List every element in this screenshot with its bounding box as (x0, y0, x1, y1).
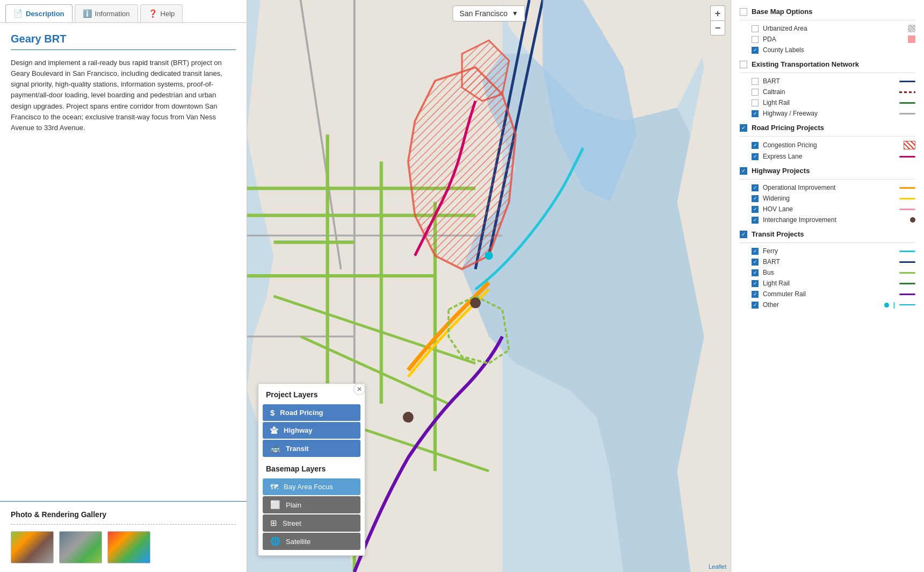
legend-urbanized-area: Urbanized Area (752, 25, 915, 32)
existing-transport-title: Existing Transportation Network (752, 60, 859, 68)
legend-road-pricing: Road Pricing Projects Congestion Pricing… (740, 124, 915, 160)
gallery-img-placeholder-3 (108, 532, 150, 563)
gallery-image-3[interactable] (107, 531, 150, 563)
transit-divider (740, 242, 915, 243)
operational-improvement-checkbox[interactable] (752, 184, 759, 191)
panel-content: Geary BRT Design and implement a rail-re… (0, 23, 247, 501)
legend-congestion-pricing: Congestion Pricing (752, 141, 915, 149)
legend-light-rail-existing: Light Rail (752, 99, 915, 106)
legend-widening: Widening (752, 195, 915, 202)
basemap-bay-area-focus[interactable]: 🗺 Bay Area Focus (263, 478, 360, 495)
satellite-icon: 🌐 (270, 537, 280, 546)
bay-area-icon: 🗺 (270, 482, 278, 491)
existing-transport-items: BART Caltrain Light Rail Highway / Freew… (740, 77, 915, 117)
light-rail-transit-checkbox[interactable] (752, 280, 759, 287)
layer-transit[interactable]: 🚌 Transit (263, 440, 360, 457)
gallery-section: Photo & Rendering Gallery (0, 501, 247, 572)
light-rail-existing-label: Light Rail (763, 99, 895, 106)
hov-lane-line (899, 209, 915, 210)
bart-transit-checkbox[interactable] (752, 259, 759, 266)
tab-help[interactable]: ❓ Help (140, 4, 183, 22)
widening-checkbox[interactable] (752, 195, 759, 202)
bart-transit-label: BART (763, 258, 895, 266)
county-labels-checkbox[interactable] (752, 47, 759, 54)
road-pricing-divider (740, 136, 915, 137)
widening-label: Widening (763, 195, 895, 202)
bart-existing-checkbox[interactable] (752, 78, 759, 85)
legend-other: Other | (752, 301, 915, 309)
bus-label: Bus (763, 269, 895, 276)
commuter-rail-checkbox[interactable] (752, 291, 759, 298)
highway-freeway-checkbox[interactable] (752, 110, 759, 117)
base-map-items: Urbanized Area PDA County Labels (740, 25, 915, 54)
gallery-image-2[interactable] (59, 531, 102, 563)
other-dot (884, 303, 889, 308)
gallery-divider (11, 524, 236, 525)
zoom-out-button[interactable]: − (710, 20, 725, 35)
tab-bar: 📄 Description ℹ️ Information ❓ Help (0, 0, 247, 23)
gallery-title: Photo & Rendering Gallery (11, 510, 236, 519)
road-pricing-title: Road Pricing Projects (752, 124, 824, 132)
basemap-plain[interactable]: ⬜ Plain (263, 496, 360, 513)
light-rail-existing-line (899, 102, 915, 104)
interchange-dot (910, 217, 915, 223)
light-rail-transit-line (899, 283, 915, 284)
zoom-in-button[interactable]: + (710, 5, 725, 20)
urbanized-area-swatch (908, 25, 915, 32)
description-icon: 📄 (13, 9, 23, 18)
gallery-image-1[interactable] (11, 531, 54, 563)
other-line (899, 304, 915, 305)
legend-interchange: Interchange Improvement (752, 216, 915, 224)
zoom-controls: + − (710, 5, 725, 35)
bus-checkbox[interactable] (752, 269, 759, 276)
light-rail-existing-checkbox[interactable] (752, 99, 759, 106)
gallery-img-placeholder-1 (11, 532, 53, 563)
map-container[interactable]: San Francisco ▼ + − (247, 0, 731, 572)
legend-bart-transit: BART (752, 258, 915, 266)
express-lane-checkbox[interactable] (752, 153, 759, 160)
pda-checkbox[interactable] (752, 36, 759, 43)
basemap-street[interactable]: ⊞ Street (263, 514, 360, 532)
tab-description-label: Description (26, 10, 64, 18)
legend-transit: Transit Projects Ferry BART Bus Light Ra… (740, 230, 915, 309)
basemap-satellite[interactable]: 🌐 Satellite (263, 533, 360, 550)
caltrain-label: Caltrain (763, 88, 895, 96)
location-selector[interactable]: San Francisco ▼ (452, 5, 525, 22)
legend-bart: BART (752, 77, 915, 85)
urbanized-area-checkbox[interactable] (752, 25, 759, 32)
popup-close-button[interactable]: ✕ (353, 383, 365, 395)
project-title: Geary BRT (11, 33, 236, 45)
road-pricing-checkbox[interactable] (740, 124, 747, 132)
other-label: Other (763, 301, 880, 309)
legend-light-rail-transit: Light Rail (752, 280, 915, 287)
highway-title: Highway Projects (752, 167, 810, 175)
legend-highway-freeway: Highway / Freeway (752, 110, 915, 117)
layer-highway[interactable]: 🛣 Highway (263, 422, 360, 439)
legend-pda: PDA (752, 35, 915, 43)
base-map-checkbox[interactable] (740, 8, 747, 16)
tab-description[interactable]: 📄 Description (5, 4, 73, 22)
congestion-pricing-checkbox[interactable] (752, 142, 759, 149)
basemap-satellite-label: Satellite (286, 538, 311, 546)
layers-popup: ✕ Project Layers $ Road Pricing 🛣 Highwa… (258, 383, 365, 556)
congestion-pricing-swatch (904, 141, 915, 149)
highway-checkbox[interactable] (740, 167, 747, 175)
leaflet-credit[interactable]: Leaflet (709, 563, 726, 570)
legend-highway: Highway Projects Operational Improvement… (740, 167, 915, 224)
other-checkbox[interactable] (752, 302, 759, 309)
transit-checkbox[interactable] (740, 231, 747, 238)
existing-transport-checkbox[interactable] (740, 61, 747, 68)
highway-freeway-label: Highway / Freeway (763, 110, 895, 117)
bart-existing-label: BART (763, 77, 895, 85)
commuter-rail-label: Commuter Rail (763, 290, 895, 298)
ferry-checkbox[interactable] (752, 248, 759, 255)
hov-lane-checkbox[interactable] (752, 206, 759, 213)
project-description: Design and implement a rail-ready bus ra… (11, 58, 236, 133)
base-map-title: Base Map Options (752, 8, 812, 16)
caltrain-checkbox[interactable] (752, 89, 759, 96)
basemap-layers-title: Basemap Layers (258, 458, 365, 477)
layer-road-pricing[interactable]: $ Road Pricing (263, 404, 360, 421)
interchange-checkbox[interactable] (752, 217, 759, 224)
tab-information[interactable]: ℹ️ Information (75, 4, 138, 22)
ferry-label: Ferry (763, 247, 895, 255)
